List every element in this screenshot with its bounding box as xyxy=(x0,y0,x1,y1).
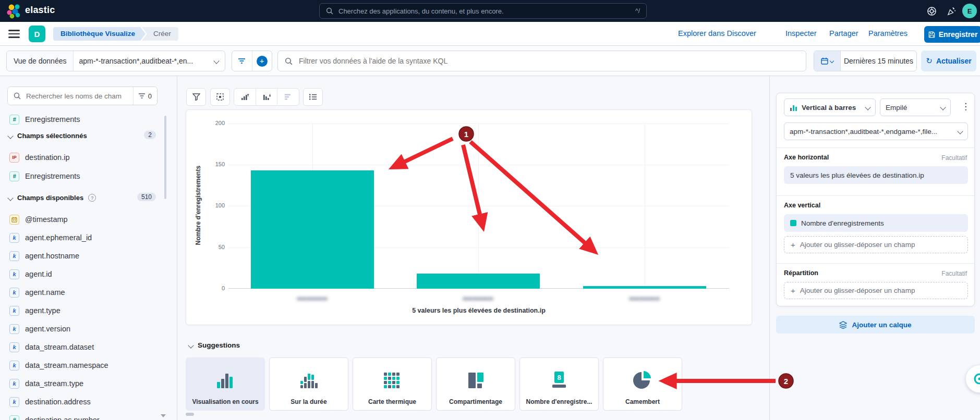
time-range-value[interactable]: Dernières 15 minutes xyxy=(841,57,916,65)
legend-button[interactable] xyxy=(303,88,323,106)
save-button[interactable]: Enregistrer xyxy=(924,26,980,43)
kql-input[interactable] xyxy=(298,56,806,66)
x-tick-label-redacted: ▃▃▃▃▃▃ xyxy=(276,293,349,300)
layer-data-view-dropdown[interactable]: apm-*-transaction*,auditbeat-*,endgame-*… xyxy=(784,122,968,140)
field-item[interactable]: k agent.id xyxy=(9,268,161,280)
data-view-picker[interactable]: Vue de données apm-*-transaction*,auditb… xyxy=(6,51,225,71)
field-item[interactable]: k agent.version xyxy=(9,323,161,335)
horizontal-bars-button-disabled[interactable] xyxy=(277,89,299,105)
pie-chart-icon xyxy=(603,366,682,393)
explore-in-discover-link[interactable]: Explorer dans Discover xyxy=(678,29,756,38)
add-filter-button[interactable]: + xyxy=(252,51,272,71)
frame-icon xyxy=(216,93,224,101)
y-tick-label: 100 xyxy=(205,202,225,208)
field-item[interactable]: k agent.type xyxy=(9,305,161,316)
search-icon xyxy=(326,7,333,15)
kql-search-box[interactable] xyxy=(277,51,806,71)
query-bar: Vue de données apm-*-transaction*,auditb… xyxy=(0,46,980,76)
records-field-item[interactable]: # Enregistrements xyxy=(9,114,161,125)
field-search-input[interactable] xyxy=(25,92,133,101)
suggestion-pie[interactable]: Camembert xyxy=(603,357,682,411)
bar-chart-plot xyxy=(228,123,729,289)
visualization-config-panel: Vertical à barres Empilé ⋮ apm-*-transac… xyxy=(769,76,980,420)
bar-series-3[interactable] xyxy=(583,286,706,289)
global-search-input[interactable] xyxy=(337,7,631,16)
field-item[interactable]: k data_stream.namespace xyxy=(9,360,161,371)
field-item[interactable]: k agent.name xyxy=(9,287,161,298)
newsfeed-icon[interactable] xyxy=(945,5,958,17)
plus-icon: + xyxy=(257,56,268,67)
sidebar-scrollbar[interactable] xyxy=(164,116,166,199)
breadcrumb-visualize-library[interactable]: Bibliothèque Visualize xyxy=(53,27,146,41)
suggestions-section-header[interactable]: Suggestions xyxy=(189,341,240,349)
layers-icon xyxy=(839,321,847,329)
settings-link[interactable]: Paramètres xyxy=(868,29,908,38)
legend-list-icon xyxy=(309,93,317,101)
field-filter-button[interactable]: 0 xyxy=(133,87,157,105)
selected-fields-section[interactable]: Champs sélectionnés xyxy=(8,132,87,140)
bar-series-2[interactable] xyxy=(417,274,540,289)
filter-menu-button[interactable] xyxy=(232,51,252,71)
available-fields-section[interactable]: Champs disponibles ? xyxy=(8,194,96,202)
help-icon[interactable] xyxy=(925,5,938,17)
more-options-icon[interactable]: ⋮ xyxy=(961,102,970,112)
field-item[interactable]: k data_stream.type xyxy=(9,378,161,389)
brand-name: elastic xyxy=(25,5,55,16)
add-layer-button[interactable]: Ajouter un calque xyxy=(776,316,975,333)
bar-chart-icon xyxy=(186,366,264,393)
share-link[interactable]: Partager xyxy=(829,29,858,38)
scroll-down-icon[interactable] xyxy=(161,414,166,417)
field-item[interactable]: k destination.address xyxy=(9,396,161,407)
field-item[interactable]: k data_stream.dataset xyxy=(9,341,161,353)
data-view-label: Vue de données xyxy=(7,51,74,71)
chevron-down-icon xyxy=(7,133,13,139)
field-item[interactable]: # destination.as.number xyxy=(9,414,161,420)
chart-type-dropdown[interactable]: Vertical à barres xyxy=(784,98,876,116)
bar-series-1[interactable] xyxy=(251,170,374,289)
sort-descending-button[interactable] xyxy=(256,89,278,105)
chevron-down-icon xyxy=(957,128,963,134)
suggestion-heatmap[interactable]: Carte thermique xyxy=(353,357,432,411)
field-search-box[interactable]: 0 xyxy=(7,87,158,105)
breadcrumb: Bibliothèque Visualize Créer xyxy=(53,27,178,41)
field-item-records[interactable]: # Enregistrements xyxy=(9,170,161,182)
treemap-icon xyxy=(437,366,515,393)
vertical-axis-dimension[interactable]: Nombre d'enregistrements xyxy=(784,214,968,232)
chevron-down-icon xyxy=(830,59,834,63)
suggestion-over-time[interactable]: Sur la durée xyxy=(269,357,348,411)
vertical-axis-add-field[interactable]: + Ajouter ou glisser-déposer un champ xyxy=(784,236,968,253)
breakdown-add-field[interactable]: + Ajouter ou glisser-déposer un champ xyxy=(784,282,968,299)
suggestion-current-visualization[interactable]: Visualisation en cours xyxy=(186,357,265,411)
refresh-button[interactable]: ↻ Actualiser xyxy=(921,51,976,71)
keyword-field-icon: k xyxy=(9,379,19,389)
y-tick-label: 200 xyxy=(205,120,225,126)
fit-frame-button[interactable] xyxy=(210,88,230,106)
calendar-button[interactable] xyxy=(814,51,841,71)
space-avatar[interactable]: D xyxy=(29,26,45,42)
y-axis-title: Nombre d'enregistrements xyxy=(195,161,202,250)
keyword-field-icon: k xyxy=(9,233,19,243)
inspect-link[interactable]: Inspecter xyxy=(785,29,817,38)
y-tick-label: 50 xyxy=(205,244,225,250)
field-item[interactable]: k agent.ephemeral_id xyxy=(9,232,161,243)
sort-ascending-icon xyxy=(241,93,249,101)
keyword-field-icon: k xyxy=(9,342,19,352)
chart-filter-button[interactable] xyxy=(186,88,206,106)
sort-ascending-button[interactable] xyxy=(234,89,256,105)
funnel-icon xyxy=(192,93,200,101)
stack-mode-dropdown[interactable]: Empilé xyxy=(880,98,951,116)
global-search[interactable]: ^/ xyxy=(319,3,647,19)
avatar[interactable]: E xyxy=(962,4,977,18)
vertical-axis-title: Axe vertical xyxy=(784,202,820,209)
field-item[interactable]: k agent.hostname xyxy=(9,250,161,262)
suggestions-scrollbar[interactable] xyxy=(186,413,194,416)
field-item-timestamp[interactable]: @timestamp xyxy=(9,214,161,225)
field-item-destination-ip[interactable]: IP destination.ip xyxy=(9,152,161,163)
horizontal-axis-dimension[interactable]: 5 valeurs les plus élevées de destinatio… xyxy=(784,166,968,184)
chevron-down-icon xyxy=(865,104,870,110)
axis-tools-group xyxy=(234,88,299,106)
menu-icon[interactable] xyxy=(8,30,20,38)
global-header: elastic ^/ E xyxy=(0,0,980,22)
suggestion-metric[interactable]: 8 Nombre d'enregistre... xyxy=(519,357,599,411)
suggestion-treemap[interactable]: Compartimentage xyxy=(436,357,515,411)
